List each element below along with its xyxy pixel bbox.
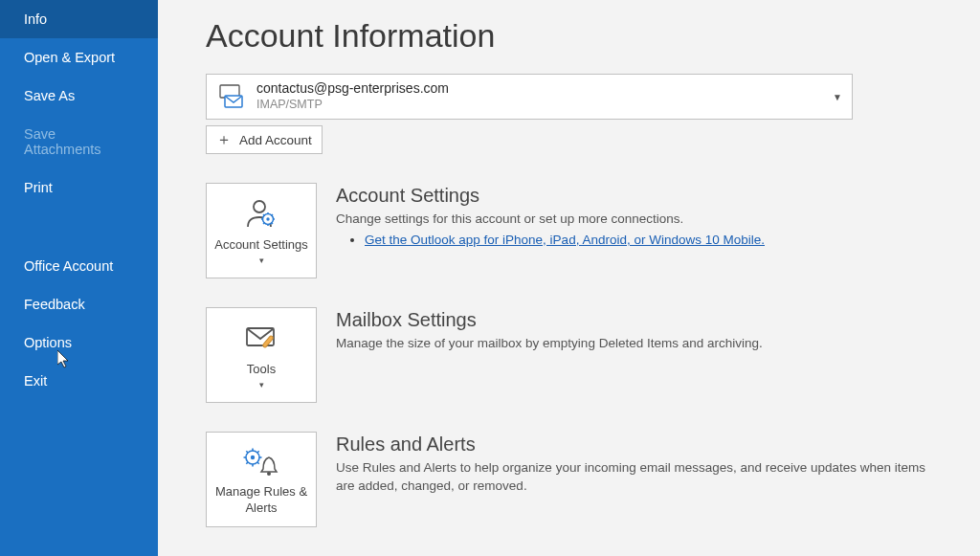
section-rules-alerts: Manage Rules & Alerts Rules and Alerts U… bbox=[206, 432, 942, 527]
section-desc: Use Rules and Alerts to help organize yo… bbox=[336, 459, 942, 496]
account-selector[interactable]: contactus@psg-enterprises.com IMAP/SMTP … bbox=[206, 74, 853, 120]
section-title: Account Settings bbox=[336, 185, 942, 207]
sidebar-item-info[interactable]: Info bbox=[0, 0, 158, 38]
section-desc: Manage the size of your mailbox by empty… bbox=[336, 335, 942, 353]
svg-point-2 bbox=[254, 201, 265, 212]
account-icon bbox=[216, 82, 245, 111]
add-account-button[interactable]: ＋ Add Account bbox=[206, 125, 323, 154]
sidebar-item-save-attachments: Save Attachments bbox=[0, 115, 158, 168]
section-title: Mailbox Settings bbox=[336, 309, 942, 331]
svg-line-10 bbox=[272, 222, 274, 224]
plus-icon: ＋ bbox=[216, 130, 232, 150]
svg-point-16 bbox=[251, 456, 255, 459]
page-title: Account Information bbox=[206, 17, 942, 55]
account-protocol: IMAP/SMTP bbox=[256, 98, 833, 113]
account-settings-button[interactable]: Account Settings ▾ bbox=[206, 183, 317, 278]
chevron-down-icon: ▾ bbox=[259, 256, 264, 267]
svg-line-12 bbox=[272, 214, 274, 216]
get-outlook-app-link[interactable]: Get the Outlook app for iPhone, iPad, An… bbox=[365, 233, 765, 247]
chevron-down-icon: ▾ bbox=[259, 380, 264, 391]
person-gear-icon bbox=[242, 195, 280, 234]
gear-bell-icon bbox=[241, 442, 281, 480]
svg-point-25 bbox=[267, 472, 271, 476]
section-title: Rules and Alerts bbox=[336, 434, 942, 456]
sidebar-item-office-account[interactable]: Office Account bbox=[0, 247, 158, 285]
content-area: Account Information contactus@psg-enterp… bbox=[158, 0, 980, 556]
svg-line-23 bbox=[246, 462, 248, 464]
chevron-down-icon: ▼ bbox=[833, 92, 842, 102]
backstage-sidebar: Info Open & Export Save As Save Attachme… bbox=[0, 0, 158, 556]
envelope-tool-icon bbox=[242, 320, 280, 358]
svg-line-22 bbox=[257, 462, 259, 464]
svg-line-24 bbox=[257, 451, 259, 453]
sidebar-item-open-export[interactable]: Open & Export bbox=[0, 38, 158, 77]
account-email: contactus@psg-enterprises.com bbox=[256, 80, 833, 98]
section-desc: Change settings for this account or set … bbox=[336, 211, 942, 229]
manage-rules-alerts-button[interactable]: Manage Rules & Alerts bbox=[206, 432, 317, 527]
svg-line-9 bbox=[263, 214, 265, 216]
section-account-settings: Account Settings ▾ Account Settings Chan… bbox=[206, 183, 942, 278]
tools-button[interactable]: Tools ▾ bbox=[206, 307, 317, 403]
section-mailbox-settings: Tools ▾ Mailbox Settings Manage the size… bbox=[206, 307, 942, 403]
sidebar-item-feedback[interactable]: Feedback bbox=[0, 285, 158, 323]
sidebar-item-options[interactable]: Options bbox=[0, 323, 158, 362]
sidebar-item-print[interactable]: Print bbox=[0, 168, 158, 207]
svg-line-21 bbox=[246, 451, 248, 453]
sidebar-item-save-as[interactable]: Save As bbox=[0, 77, 158, 115]
sidebar-item-exit[interactable]: Exit bbox=[0, 362, 158, 400]
svg-point-4 bbox=[266, 217, 269, 220]
svg-line-11 bbox=[263, 222, 265, 224]
